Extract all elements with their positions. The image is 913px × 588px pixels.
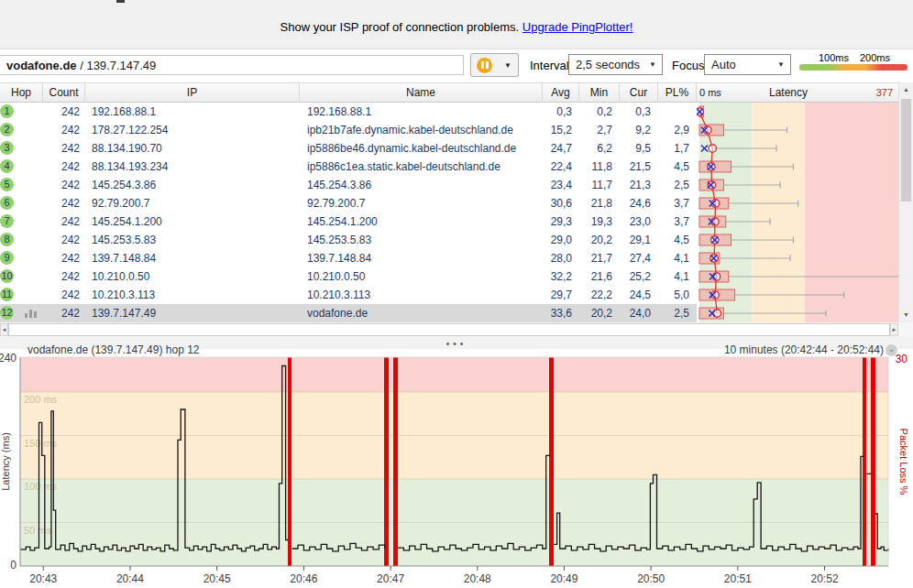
avg-cell: 23,4	[535, 176, 572, 194]
avg-cell: 29,0	[535, 231, 572, 249]
name-cell: 10.210.0.50	[307, 267, 541, 286]
pause-dropdown-button[interactable]: ▼	[498, 53, 519, 77]
name-cell: ip5886c1ea.static.kabel-deutschland.de	[307, 158, 541, 176]
legend-100ms-label: 100ms	[819, 52, 849, 63]
packet-loss-cell: 4,1	[651, 249, 689, 267]
cur-cell: 9,5	[612, 139, 651, 158]
count-cell: 242	[43, 121, 80, 139]
ip-cell: 145.253.5.83	[92, 231, 298, 249]
column-header-pl[interactable]: PL%	[658, 83, 697, 103]
packet-loss-cell: 4,5	[651, 231, 689, 249]
column-header-avg[interactable]: Avg	[543, 83, 579, 103]
cur-cell: 24,0	[612, 304, 651, 322]
target-ip: / 139.7.147.49	[77, 59, 157, 72]
focus-label: Focus	[672, 59, 704, 72]
packet-loss-cell: 3,7	[651, 212, 689, 231]
svg-text:20:51: 20:51	[724, 572, 752, 585]
min-cell: 21,6	[572, 267, 612, 286]
column-header-count[interactable]: Count	[43, 83, 85, 103]
avg-cell: 0,3	[535, 103, 572, 121]
count-cell: 242	[43, 139, 80, 158]
svg-text:20:46: 20:46	[290, 572, 317, 585]
svg-text:200 ms: 200 ms	[24, 394, 58, 405]
min-cell: 22,2	[572, 286, 612, 304]
cur-cell: 24,5	[612, 286, 651, 304]
count-cell: 242	[43, 194, 80, 212]
svg-text:Latency (ms): Latency (ms)	[0, 432, 11, 491]
min-cell: 0,2	[572, 103, 612, 121]
avg-cell: 33,6	[535, 304, 572, 322]
hop-number-badge: 1	[0, 104, 14, 118]
scroll-right-icon[interactable]: ►	[890, 323, 898, 336]
min-cell: 20,2	[572, 304, 612, 322]
min-cell: 6,2	[572, 139, 612, 158]
column-header-latency[interactable]: Latency	[733, 83, 843, 103]
avg-cell: 30,6	[535, 194, 572, 212]
min-cell: 21,7	[572, 249, 612, 267]
target-input[interactable]: vodafone.de / 139.7.147.49	[0, 55, 464, 75]
horizontal-scroll-track[interactable]	[8, 323, 890, 336]
svg-text:20:44: 20:44	[116, 572, 144, 585]
svg-text:20:45: 20:45	[204, 572, 231, 585]
scroll-left-icon[interactable]: ◄	[0, 323, 8, 336]
upgrade-link[interactable]: Upgrade PingPlotter!	[522, 20, 633, 34]
avg-cell: 29,7	[535, 286, 572, 304]
name-cell: 145.253.5.83	[307, 231, 541, 249]
interval-select[interactable]: 2,5 seconds ▼	[568, 54, 663, 75]
scroll-down-icon[interactable]: ▼	[899, 308, 913, 322]
dropdown-arrow-icon: ▼	[777, 55, 785, 74]
column-header-hop[interactable]: Hop	[0, 83, 43, 103]
cur-cell: 0,3	[612, 103, 651, 121]
hop-number-badge: 12	[0, 306, 14, 320]
ip-cell: 88.134.190.70	[92, 139, 298, 158]
ip-cell: 92.79.200.7	[92, 194, 298, 212]
ip-cell: 178.27.122.254	[92, 121, 298, 139]
cur-cell: 23,0	[612, 212, 651, 231]
min-cell: 11,7	[572, 176, 612, 194]
ip-cell: 139.7.148.84	[92, 249, 298, 267]
table-vertical-scrollbar[interactable]: ▲ ▼	[898, 82, 913, 323]
column-header-name[interactable]: Name	[300, 83, 543, 103]
column-header-ip[interactable]: IP	[85, 83, 300, 103]
count-cell: 242	[43, 249, 80, 267]
min-cell: 11,8	[572, 158, 612, 176]
scroll-up-icon[interactable]: ▲	[899, 82, 913, 97]
table-horizontal-scrollbar[interactable]: ◄ ►	[0, 322, 913, 337]
packet-loss-cell: 3,7	[651, 194, 689, 212]
interval-label: Interval	[530, 59, 569, 72]
svg-text:20:48: 20:48	[464, 572, 491, 585]
name-cell: 145.254.1.200	[307, 212, 541, 231]
toolbar: vodafone.de / 139.7.147.49 ▼ Interval 2,…	[0, 49, 913, 82]
latency-color-legend	[799, 64, 908, 71]
banner-text: Show your ISP proof of connection proble…	[280, 20, 520, 34]
packet-loss-cell: 1,7	[651, 139, 689, 158]
name-cell: 192.168.88.1	[307, 103, 541, 121]
ip-cell: 145.254.3.86	[92, 176, 298, 194]
hop-number-badge: 2	[0, 123, 14, 136]
avg-cell: 29,3	[535, 212, 572, 231]
column-header-cur[interactable]: Cur	[620, 83, 658, 103]
avg-cell: 32,2	[535, 267, 572, 286]
focus-graph-icon	[25, 310, 38, 318]
hop-number-badge: 11	[0, 288, 14, 301]
latency-scale-min: 0 ms	[699, 83, 736, 103]
column-header-min[interactable]: Min	[579, 83, 620, 103]
window-fragment	[116, 0, 125, 3]
hop-number-badge: 7	[0, 214, 14, 228]
svg-text:20:50: 20:50	[637, 572, 665, 585]
hop-latency-minigraph	[697, 103, 898, 322]
hop-number-badge: 8	[0, 233, 14, 246]
name-cell: 92.79.200.7	[307, 194, 541, 212]
svg-text:Packet Loss %: Packet Loss %	[898, 429, 909, 495]
cur-cell: 24,6	[612, 194, 651, 212]
count-cell: 242	[43, 158, 80, 176]
vertical-scroll-thumb[interactable]	[901, 99, 911, 201]
trace-table-header: HopCountIPNameAvgMinCurPL%0 msLatency377	[0, 82, 913, 103]
focus-select[interactable]: Auto ▼	[704, 54, 791, 75]
ip-cell: 10.210.3.113	[92, 286, 298, 304]
pause-button[interactable]	[470, 53, 499, 77]
min-cell: 2,7	[572, 121, 612, 139]
cur-cell: 21,3	[612, 176, 651, 194]
ip-cell: 145.254.1.200	[92, 212, 298, 231]
ip-cell: 88.134.193.234	[92, 158, 298, 176]
